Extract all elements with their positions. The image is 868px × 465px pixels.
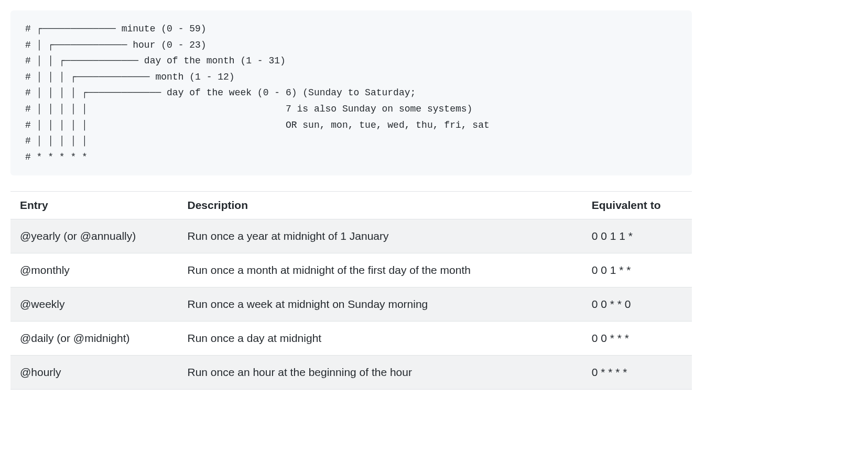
table-header-row: Entry Description Equivalent to <box>10 192 692 219</box>
cell-description: Run once a day at midnight <box>178 322 582 356</box>
table-row: @monthly Run once a month at midnight of… <box>10 253 692 287</box>
cell-equivalent: 0 * * * * <box>582 356 692 390</box>
cell-entry: @hourly <box>10 356 178 390</box>
cell-equivalent: 0 0 1 1 * <box>582 219 692 253</box>
cron-syntax-diagram: # ┌───────────── minute (0 - 59) # │ ┌──… <box>10 10 692 175</box>
cell-description: Run once an hour at the beginning of the… <box>178 356 582 390</box>
cell-entry: @daily (or @midnight) <box>10 322 178 356</box>
cell-equivalent: 0 0 1 * * <box>582 253 692 287</box>
cell-description: Run once a year at midnight of 1 January <box>178 219 582 253</box>
cell-entry: @yearly (or @annually) <box>10 219 178 253</box>
table-row: @weekly Run once a week at midnight on S… <box>10 287 692 322</box>
header-entry: Entry <box>10 192 178 219</box>
cell-entry: @monthly <box>10 253 178 287</box>
table-row: @daily (or @midnight) Run once a day at … <box>10 322 692 356</box>
cron-shortcuts-table: Entry Description Equivalent to @yearly … <box>10 191 692 390</box>
header-description: Description <box>178 192 582 219</box>
cell-entry: @weekly <box>10 287 178 322</box>
table-row: @hourly Run once an hour at the beginnin… <box>10 356 692 390</box>
header-equivalent: Equivalent to <box>582 192 692 219</box>
cell-equivalent: 0 0 * * 0 <box>582 287 692 322</box>
cron-shortcuts-table-wrap: Entry Description Equivalent to @yearly … <box>10 191 692 390</box>
cell-equivalent: 0 0 * * * <box>582 322 692 356</box>
cell-description: Run once a month at midnight of the firs… <box>178 253 582 287</box>
table-row: @yearly (or @annually) Run once a year a… <box>10 219 692 253</box>
cell-description: Run once a week at midnight on Sunday mo… <box>178 287 582 322</box>
